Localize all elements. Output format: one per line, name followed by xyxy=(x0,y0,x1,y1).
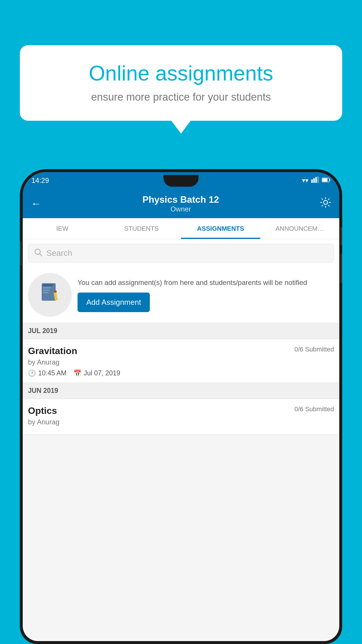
assignment-by: by Anurag xyxy=(28,358,334,366)
info-text: You can add assignment(s) from here and … xyxy=(78,278,334,288)
side-button-right1 xyxy=(340,228,342,245)
tab-assignments[interactable]: ASSIGNMENTS xyxy=(181,218,260,239)
assignment-icon xyxy=(38,281,61,309)
signal-icon xyxy=(311,176,319,185)
svg-rect-1 xyxy=(313,178,315,183)
back-button[interactable]: ← xyxy=(31,197,41,210)
svg-rect-5 xyxy=(329,179,330,181)
svg-rect-11 xyxy=(43,284,53,286)
phone-inner: 14:29 ▾▾ xyxy=(23,172,339,641)
speech-bubble-subtitle: ensure more practice for your students xyxy=(40,91,322,103)
svg-line-9 xyxy=(40,254,42,256)
assignment-icon-circle xyxy=(28,273,72,317)
wifi-icon: ▾▾ xyxy=(302,177,308,184)
notch xyxy=(164,175,198,187)
side-button-right2 xyxy=(340,254,342,283)
assignment-name: Gravitation xyxy=(28,346,77,356)
assignment-by-optics: by Anurag xyxy=(28,418,334,426)
status-icons: ▾▾ xyxy=(302,176,331,185)
tab-iew[interactable]: IEW xyxy=(23,218,102,239)
svg-rect-6 xyxy=(322,178,328,182)
assignment-time: 🕐 10:45 AM xyxy=(28,369,66,377)
calendar-icon: 📅 xyxy=(73,370,81,377)
tab-students[interactable]: STUDENTS xyxy=(102,218,181,239)
section-header-jul: JUL 2019 xyxy=(23,323,339,339)
submitted-badge: 0/6 Submitted xyxy=(294,346,334,353)
svg-rect-12 xyxy=(43,287,51,288)
speech-bubble-container: Online assignments ensure more practice … xyxy=(20,45,342,121)
assignment-name-optics: Optics xyxy=(28,405,57,416)
info-right: You can add assignment(s) from here and … xyxy=(78,278,334,312)
speech-bubble-title: Online assignments xyxy=(40,61,322,85)
search-bar[interactable]: Search xyxy=(28,244,334,262)
section-header-jun: JUN 2019 xyxy=(23,383,339,399)
settings-button[interactable] xyxy=(320,197,331,210)
svg-rect-0 xyxy=(311,179,313,183)
svg-point-7 xyxy=(324,200,328,204)
info-panel: You can add assignment(s) from here and … xyxy=(23,267,339,323)
speech-bubble: Online assignments ensure more practice … xyxy=(20,45,342,121)
submitted-badge-optics: 0/6 Submitted xyxy=(294,405,334,413)
assignment-item-optics[interactable]: Optics 0/6 Submitted by Anurag xyxy=(23,399,339,435)
side-button-left xyxy=(20,242,22,265)
svg-rect-14 xyxy=(43,292,49,293)
assignment-item-gravitation[interactable]: Gravitation 0/6 Submitted by Anurag 🕐 10… xyxy=(23,339,339,383)
phone-frame: 14:29 ▾▾ xyxy=(20,169,342,644)
status-time: 14:29 xyxy=(31,176,49,185)
add-assignment-button[interactable]: Add Assignment xyxy=(78,293,150,312)
header-center: Physics Batch 12 Owner xyxy=(142,194,219,213)
svg-rect-3 xyxy=(317,176,319,183)
search-placeholder: Search xyxy=(46,249,72,258)
assignment-top-row-optics: Optics 0/6 Submitted xyxy=(28,405,334,416)
assignment-date: 📅 Jul 07, 2019 xyxy=(73,369,120,377)
assignment-top-row: Gravitation 0/6 Submitted xyxy=(28,346,334,356)
battery-icon xyxy=(322,177,331,184)
tab-announcements[interactable]: ANNOUNCEM… xyxy=(260,218,340,239)
svg-rect-13 xyxy=(43,290,50,291)
content-area: Search xyxy=(23,239,339,435)
assignment-meta: 🕐 10:45 AM 📅 Jul 07, 2019 xyxy=(28,369,334,377)
search-icon xyxy=(34,248,42,258)
clock-icon: 🕐 xyxy=(28,370,36,377)
header-title: Physics Batch 12 xyxy=(142,194,219,205)
app-header: ← Physics Batch 12 Owner xyxy=(23,189,339,218)
tabs-bar: IEW STUDENTS ASSIGNMENTS ANNOUNCEM… xyxy=(23,218,339,239)
svg-rect-2 xyxy=(315,177,317,183)
header-subtitle: Owner xyxy=(142,205,219,213)
